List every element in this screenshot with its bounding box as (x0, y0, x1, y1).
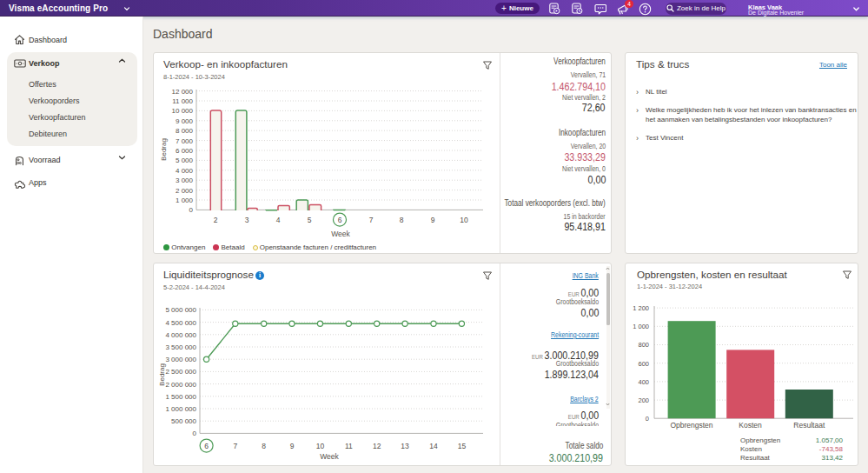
svg-text:1 000: 1 000 (176, 197, 194, 204)
svg-text:15: 15 (458, 442, 467, 450)
svg-text:4: 4 (276, 216, 281, 224)
svg-text:0: 0 (646, 415, 649, 423)
svg-text:7: 7 (233, 442, 237, 450)
svg-text:Week: Week (331, 230, 350, 238)
svg-text:7 000: 7 000 (176, 137, 194, 145)
svg-text:400: 400 (638, 378, 649, 386)
svg-text:1 200: 1 200 (633, 304, 649, 312)
svg-text:600: 600 (638, 360, 649, 368)
svg-text:3 000: 3 000 (176, 177, 194, 184)
svg-text:6 000: 6 000 (176, 147, 194, 155)
svg-text:800: 800 (638, 341, 649, 349)
svg-text:4 000 000: 4 000 000 (165, 331, 196, 339)
svg-text:1 500 000: 1 500 000 (165, 393, 196, 401)
svg-text:200: 200 (638, 396, 649, 404)
svg-text:Week: Week (320, 452, 339, 461)
svg-text:6: 6 (204, 442, 209, 450)
svg-text:5 000: 5 000 (176, 157, 194, 164)
svg-text:9: 9 (431, 216, 435, 224)
svg-text:1 000 000: 1 000 000 (165, 405, 196, 413)
svg-text:3 000 000: 3 000 000 (165, 356, 196, 363)
svg-text:Bedrag: Bedrag (160, 138, 168, 161)
svg-text:Opbrengsten: Opbrengsten (670, 421, 712, 430)
svg-text:9 000: 9 000 (176, 117, 194, 125)
svg-text:2 000 000: 2 000 000 (165, 381, 196, 389)
svg-text:Bedrag: Bedrag (158, 363, 166, 386)
svg-text:1 000: 1 000 (633, 323, 649, 330)
svg-text:11 000: 11 000 (172, 97, 193, 105)
svg-text:8: 8 (262, 442, 266, 450)
svg-text:5 000 000: 5 000 000 (165, 306, 196, 314)
svg-text:5: 5 (308, 216, 312, 224)
svg-text:2 500 000: 2 500 000 (165, 368, 196, 376)
svg-text:4 500 000: 4 500 000 (165, 319, 196, 327)
svg-text:4 000: 4 000 (176, 167, 194, 175)
svg-text:10: 10 (316, 442, 325, 450)
svg-text:10 000: 10 000 (172, 107, 194, 115)
svg-text:13: 13 (401, 442, 409, 450)
svg-text:3: 3 (245, 216, 249, 224)
svg-text:Kosten: Kosten (739, 421, 762, 430)
svg-text:12 000: 12 000 (172, 88, 194, 96)
svg-text:0: 0 (189, 206, 194, 214)
svg-text:8 000: 8 000 (176, 127, 194, 135)
svg-text:Resultaat: Resultaat (793, 421, 825, 430)
svg-text:8: 8 (400, 216, 404, 224)
svg-text:2: 2 (214, 216, 218, 224)
svg-text:9: 9 (290, 442, 295, 450)
svg-text:3 500 000: 3 500 000 (165, 343, 196, 351)
svg-text:11: 11 (345, 442, 353, 450)
svg-text:14: 14 (429, 442, 438, 450)
svg-text:6: 6 (338, 216, 342, 224)
svg-text:7: 7 (369, 216, 374, 224)
svg-text:500 000: 500 000 (171, 417, 196, 425)
svg-text:0: 0 (193, 430, 197, 437)
svg-text:2 000: 2 000 (176, 187, 194, 195)
svg-text:12: 12 (373, 442, 381, 450)
svg-text:10: 10 (460, 216, 468, 224)
